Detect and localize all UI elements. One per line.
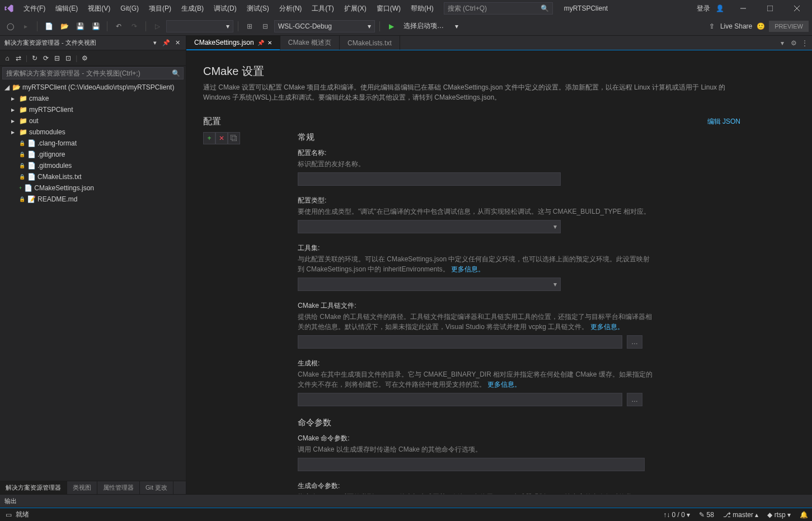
dropdown-icon[interactable]: ▾ xyxy=(778,39,786,47)
save-all-icon[interactable]: 💾 xyxy=(89,20,102,33)
more-info-link[interactable]: 更多信息。 xyxy=(487,381,521,388)
nav-position[interactable]: ↑↓ 0 / 0 ▾ xyxy=(663,511,690,519)
toolchain-select[interactable] xyxy=(298,278,561,291)
tab-cmake-overview[interactable]: CMake 概述页 xyxy=(280,36,340,50)
browse-button[interactable]: … xyxy=(627,335,642,349)
pin-icon[interactable]: 📌 xyxy=(162,39,170,47)
global-search-input[interactable]: 搜索 (Ctrl+Q) 🔍 xyxy=(444,2,553,15)
live-share-icon[interactable]: ⇪ xyxy=(708,22,716,30)
more-info-link[interactable]: 更多信息。 xyxy=(590,323,624,331)
browse-button[interactable]: … xyxy=(627,393,642,406)
menu-debug[interactable]: 调试(D) xyxy=(209,2,241,16)
edit-json-link[interactable]: 编辑 JSON xyxy=(707,117,740,126)
build-config-combo[interactable]: WSL-GCC-Debug▾ xyxy=(274,20,375,32)
undo-icon[interactable]: ↶ xyxy=(112,20,125,33)
menu-edit[interactable]: 编辑(E) xyxy=(51,2,82,16)
tree-file[interactable]: 🔒📄CMakeLists.txt xyxy=(0,171,186,182)
launch-combo[interactable]: 选择启动项…▾ xyxy=(400,20,462,32)
live-share-button[interactable]: Live Share xyxy=(720,22,752,30)
sync-icon[interactable]: ⟳ xyxy=(42,54,50,62)
menu-git[interactable]: Git(G) xyxy=(116,2,143,15)
tab-class-view[interactable]: 类视图 xyxy=(67,481,97,494)
forward-nav-icon[interactable]: ▸ xyxy=(19,20,32,33)
tree-file[interactable]: 🔒📄.clang-format xyxy=(0,138,186,149)
menu-extensions[interactable]: 扩展(X) xyxy=(340,2,371,16)
tree-folder[interactable]: ▸📁cmake xyxy=(0,93,186,104)
tab-solution-explorer[interactable]: 解决方案资源管理器 xyxy=(0,481,67,494)
chevron-right-icon: ▸ xyxy=(11,117,17,125)
config-icon-a[interactable]: ⊞ xyxy=(243,20,256,33)
more-info-link[interactable]: 更多信息。 xyxy=(451,265,485,273)
minimize-button[interactable] xyxy=(730,0,756,17)
build-root-label: 生成根: xyxy=(298,359,656,368)
menu-view[interactable]: 视图(V) xyxy=(83,2,115,16)
feedback-icon[interactable]: 🙂 xyxy=(757,22,764,30)
preview-badge: PREVIEW xyxy=(769,21,809,32)
menu-help[interactable]: 帮助(H) xyxy=(406,2,438,16)
run-icon[interactable]: ▶ xyxy=(384,20,398,33)
add-config-button[interactable]: + xyxy=(203,132,215,144)
explorer-search-input[interactable]: 搜索解决方案资源管理器 - 文件夹视图(Ctrl+;) 🔍 xyxy=(2,67,184,79)
tree-file[interactable]: 🔒📄.gitmodules xyxy=(0,160,186,171)
play-icon[interactable]: ▷ xyxy=(151,20,164,33)
output-panel-header[interactable]: 输出 xyxy=(0,494,812,508)
tree-folder[interactable]: ▸📁out xyxy=(0,115,186,126)
git-repo[interactable]: ◆ rtsp ▾ xyxy=(767,511,791,519)
menu-analyze[interactable]: 分析(N) xyxy=(275,2,307,16)
close-panel-icon[interactable]: ✕ xyxy=(173,39,181,47)
remove-config-button[interactable]: ✕ xyxy=(215,132,228,144)
menu-tools[interactable]: 工具(T) xyxy=(307,2,338,16)
platform-combo[interactable]: ▾ xyxy=(166,20,233,32)
config-name-input[interactable] xyxy=(298,172,561,186)
tree-file[interactable]: 🔒📄.gitignore xyxy=(0,149,186,160)
close-tab-icon[interactable]: ✕ xyxy=(267,40,272,46)
open-folder-icon[interactable]: 📂 xyxy=(58,20,71,33)
show-all-icon[interactable]: ⊡ xyxy=(64,54,72,62)
switch-view-icon[interactable]: ⇄ xyxy=(15,54,22,62)
tree-root[interactable]: ◢ 📂 myRTSPClient (C:\VideoAudio\rtsp\myR… xyxy=(0,82,186,93)
cmake-args-input[interactable] xyxy=(298,458,645,471)
refresh-icon[interactable]: ↻ xyxy=(31,54,39,62)
dropdown-icon[interactable]: ▾ xyxy=(151,39,159,47)
toolchain-desc: 与此配置关联的环境。可以在 CMakeSettings.json 中定义任何自定… xyxy=(298,254,656,274)
char-count[interactable]: ✎ 58 xyxy=(699,511,714,519)
gear-icon[interactable]: ⚙ xyxy=(790,39,797,47)
pin-icon[interactable]: 📌 xyxy=(257,40,264,46)
markdown-icon: 📝 xyxy=(27,195,35,203)
menu-test[interactable]: 测试(S) xyxy=(242,2,274,16)
folder-open-icon: 📂 xyxy=(12,83,20,91)
tab-cmakesettings[interactable]: CMakeSettings.json 📌 ✕ xyxy=(186,36,280,50)
config-type-desc: 要使用的生成类型。"调试"在已编译的文件中包含调试信息，从而实现轻松调试。这与 … xyxy=(298,206,656,217)
menu-project[interactable]: 项目(P) xyxy=(144,2,176,16)
tree-file[interactable]: +📄CMakeSettings.json xyxy=(0,182,186,194)
tree-file[interactable]: 🔒📝README.md xyxy=(0,194,186,205)
tree-folder[interactable]: ▸📁submodules xyxy=(0,126,186,138)
user-icon[interactable]: 👤 xyxy=(716,4,724,12)
toolchain-file-input[interactable] xyxy=(298,335,622,349)
close-button[interactable] xyxy=(784,0,810,17)
overflow-icon[interactable]: ⋮ xyxy=(801,39,809,47)
maximize-button[interactable] xyxy=(757,0,783,17)
save-icon[interactable]: 💾 xyxy=(73,20,87,33)
tab-property-manager[interactable]: 属性管理器 xyxy=(97,481,140,494)
back-nav-icon[interactable]: ◯ xyxy=(3,20,17,33)
menu-window[interactable]: 窗口(W) xyxy=(372,2,405,16)
config-type-select[interactable] xyxy=(298,220,561,233)
redo-icon[interactable]: ↷ xyxy=(128,20,141,33)
home-icon[interactable]: ⌂ xyxy=(3,54,11,62)
new-file-icon[interactable]: 📄 xyxy=(42,20,55,33)
menu-build[interactable]: 生成(B) xyxy=(177,2,208,16)
menu-file[interactable]: 文件(F) xyxy=(19,2,50,16)
properties-icon[interactable]: ⚙ xyxy=(81,54,88,62)
tab-git-changes[interactable]: Git 更改 xyxy=(140,481,173,494)
collapse-icon[interactable]: ⊟ xyxy=(53,54,61,62)
tree-label: out xyxy=(29,117,39,125)
copy-config-button[interactable]: ⿻ xyxy=(228,132,240,144)
git-branch[interactable]: ⎇ master ▴ xyxy=(723,511,758,519)
config-icon-b[interactable]: ⊟ xyxy=(259,20,272,33)
build-root-input[interactable] xyxy=(298,393,622,406)
tree-folder[interactable]: ▸📁myRTSPClient xyxy=(0,104,186,115)
tab-cmakelists[interactable]: CMakeLists.txt xyxy=(340,36,400,50)
login-button[interactable]: 登录 xyxy=(692,2,715,16)
notifications-icon[interactable]: 🔔 xyxy=(800,511,808,519)
